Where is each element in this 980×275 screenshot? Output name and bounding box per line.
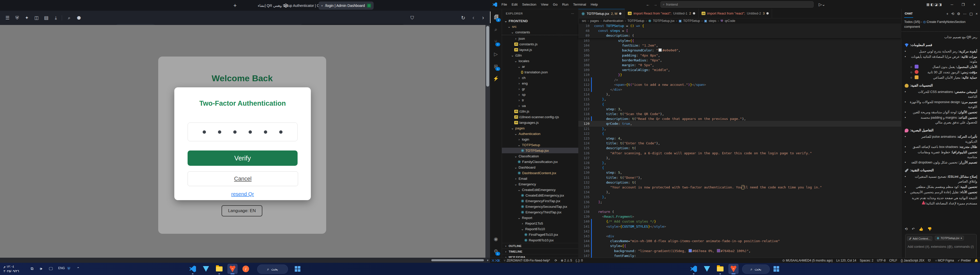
tree-item-Emergency[interactable]: ⌄Emergency [502, 181, 591, 187]
tree-item-json[interactable]: ›json [502, 36, 591, 41]
code-editor[interactable]: 103 style={{104 fontSize: "1.2em",105 ba… [578, 24, 901, 258]
code-line-136[interactable]: 136 ]; [578, 200, 901, 204]
taskbar-app-vscode[interactable] [188, 264, 198, 274]
bell-icon[interactable]: 🔔 [973, 259, 980, 262]
taskbar-search-monitor2[interactable]: ⌕ بحث [742, 265, 770, 274]
chat-header-icon[interactable]: + [946, 12, 948, 16]
windows-security-icon[interactable]: ⛨ [67, 266, 70, 271]
vpn-shield-icon[interactable]: ⛨ [13, 14, 21, 22]
code-line-117[interactable]: 117 step: 3, [578, 107, 901, 112]
code-line-127[interactable]: 127 ), [578, 156, 901, 160]
tree-item-Classification[interactable]: ⌄Classification [502, 153, 591, 159]
editor-tab-untitled-1[interactable]: JSimport React from "react";Untitled-12 [625, 9, 698, 18]
section-outline[interactable]: ›OUTLINE [502, 243, 581, 249]
code-line-108[interactable]: 108 margin: "0 5px", [578, 63, 901, 68]
code-line-145[interactable]: 145 style={{ [578, 243, 901, 248]
breadcrumb-item[interactable]: TOTPSetup [627, 19, 644, 23]
editor-tab-totpsetup.jsx[interactable]: TOTPSetup.jsx2, M [578, 9, 625, 18]
vertical-scrollbar[interactable] [485, 25, 490, 258]
code-line-130[interactable]: 130 step: 5, [578, 170, 901, 175]
tree-item-layout.js[interactable]: JSlayout.js [502, 47, 591, 52]
tab-close-icon[interactable]: × [321, 4, 323, 8]
chat-header-icon[interactable]: ⟲ [951, 12, 954, 16]
tree-item-src[interactable]: ⌄src [502, 24, 584, 29]
run-debug-icon[interactable]: ▷ [490, 48, 502, 60]
thunder-client-icon[interactable]: ⚡ [490, 73, 502, 84]
layout-toggle-icons[interactable]: ▦ ◧ ◪ ◨ [926, 3, 942, 6]
tree-item-i18next-scanner.config.cjs[interactable]: JSi18next-scanner.config.cjs [502, 114, 591, 120]
breadcrumb-item[interactable]: pages [590, 19, 599, 23]
code-line-128[interactable]: 128 }, [578, 160, 901, 165]
code-line-125[interactable]: 125 description: t( [578, 145, 901, 150]
tree-root-frontend[interactable]: ⌄FRONTEND [502, 18, 581, 24]
taskbar-clock[interactable]: ١٢:٠٤ م ٢٠٢٥/٠٩/٢٦ [3, 264, 19, 273]
explorer-icon[interactable]: 🗐3 [490, 11, 502, 23]
bookmark-icon[interactable]: ⛉ [408, 14, 417, 22]
taskbar-search-monitor1[interactable]: ⌕ بحث [257, 265, 288, 274]
taskbar-app-brave[interactable]: ᴖ [228, 264, 238, 274]
person-icon[interactable]: ⊙MUSAALAHMED4 (5 months ago) [780, 259, 834, 262]
tree-item-languages.js[interactable]: JSlanguages.js [502, 120, 591, 125]
code-line-133[interactable]: 133 "Your account is now protected with … [578, 185, 901, 190]
chat-header-icon[interactable]: ▢ [969, 12, 973, 16]
tree-item-constants.js[interactable]: JSconstants.js [502, 41, 591, 47]
breadcrumb-item[interactable]: TOTPSetup [683, 19, 700, 23]
code-line-115[interactable]: 115 }, [578, 97, 901, 101]
tree-item-constants[interactable]: ⌄constants [502, 29, 587, 35]
menu-file[interactable]: File [499, 3, 509, 6]
code-line-122[interactable]: 122 { [578, 131, 901, 136]
code-line-104[interactable]: 104 fontSize: "1.2em", [578, 43, 901, 48]
run-layout-icon[interactable]: ▷⌄ [819, 2, 825, 7]
menu-view[interactable]: View [539, 3, 551, 6]
breadcrumb-item[interactable]: src [582, 19, 586, 23]
code-line-142[interactable]: 142 [578, 229, 901, 234]
back-icon[interactable]: ‹ [469, 14, 478, 22]
status-item[interactable]: Ln 120, Col 14 [835, 259, 858, 262]
taskbar-app-brave[interactable]: ᴖ [729, 264, 738, 274]
breadcrumb-item[interactable]: Authentication [603, 19, 623, 23]
code-line-112[interactable]: 112 <span>{t("icon to add a new account.… [578, 82, 901, 87]
breadcrumb-item[interactable]: steps [709, 19, 716, 23]
chat-header-icon[interactable]: × [976, 12, 978, 16]
horizontal-scrollbar[interactable] [0, 258, 485, 263]
volume-icon[interactable]: 🕪 [40, 266, 42, 271]
taskbar-app-postman[interactable]: / [241, 264, 251, 274]
sidebar-icon[interactable]: ◫ [32, 14, 41, 22]
language-selector-button[interactable]: Language: EN [221, 205, 262, 217]
code-line-135[interactable]: 135 }, [578, 194, 901, 199]
hidden-icons-chevron[interactable]: ⌃ [76, 266, 80, 271]
code-line-141[interactable]: 141 <style>{CUSTOM_STYLES}</style> [578, 224, 901, 229]
code-line-111[interactable]: 111 /> [578, 77, 901, 82]
keyboard-language[interactable]: ENG [58, 266, 65, 270]
code-line-131[interactable]: 131 title: t("Done!"), [578, 175, 901, 180]
code-line-132[interactable]: 132 description: t( [578, 180, 901, 185]
code-line-89[interactable]: 89 description: ( [578, 33, 901, 38]
cast-screen-icon[interactable]: ⧉ [30, 266, 33, 271]
feedback-icon[interactable]: ↶ [912, 227, 915, 231]
taskbar-app-file-explorer[interactable] [214, 264, 224, 274]
scrollbar-corner-arrow[interactable]: ▼ [485, 258, 490, 263]
menu-go[interactable]: Go [551, 3, 560, 6]
code-line-109[interactable]: 109 verticalAlign: "middle", [578, 68, 901, 72]
tree-item-i18n[interactable]: ⌄i18n [502, 52, 587, 58]
chat-header-icon[interactable]: ⚙ [957, 12, 960, 16]
nav-forward-icon[interactable]: → [653, 2, 657, 6]
feedback-icon[interactable]: 👎 [928, 227, 932, 231]
code-line-107[interactable]: 107 borderRadius: "6px", [578, 58, 901, 63]
otp-code-input[interactable] [188, 122, 298, 141]
tree-item-i18n.js[interactable]: JSi18n.js [502, 109, 591, 114]
feedback-icon[interactable]: ⟲ [905, 227, 908, 231]
code-line-110[interactable]: 110 }} [578, 72, 901, 77]
code-line-126[interactable]: 126 "After scanning, a 6-digit code will… [578, 151, 901, 156]
taskbar-app-vscode[interactable] [689, 264, 699, 274]
taskbar-app-flutter[interactable] [702, 264, 712, 274]
status-item[interactable]: ⊗ 2 ⚠ 5 [559, 259, 574, 262]
menu-run[interactable]: Run [560, 3, 571, 6]
taskbar-app-file-explorer[interactable] [715, 264, 725, 274]
breadcrumb-item[interactable]: TOTPSetup.jsx [653, 19, 675, 23]
code-line-143[interactable]: 143 <div [578, 234, 901, 239]
remote-icon[interactable]: ⤫⤫⤪ [490, 259, 502, 262]
command-center-search[interactable]: ⌕ frontend [660, 1, 814, 8]
code-line-146[interactable]: 146 background: "linear-gradient(135deg,… [578, 248, 901, 253]
add-context-pill[interactable]: 🖇 Add Context... [907, 236, 932, 241]
